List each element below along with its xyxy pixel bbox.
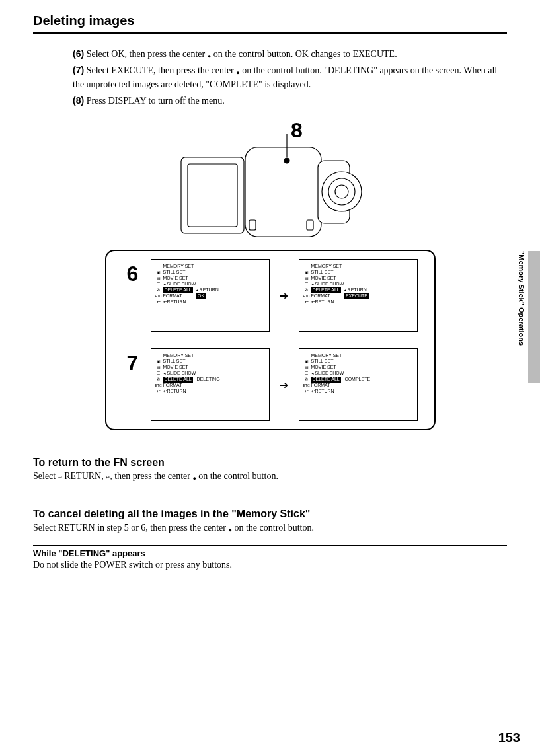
note-text: Do not slide the POWER switch or press a… <box>33 560 507 570</box>
screen-box: 6 MEMORY SET ▣STILL SET ▤MOVIE SET ☰SLID… <box>105 250 436 430</box>
subtext-return-fn: Select RETURN, , then press the center o… <box>33 471 507 482</box>
menu-item: MOVIE SET <box>311 365 336 370</box>
step-6-num: (6) <box>73 48 84 59</box>
step-7-text-a: Select EXECUTE, then press the center <box>87 65 237 75</box>
lcd-6-left: MEMORY SET ▣STILL SET ▤MOVIE SET ☰SLIDE … <box>151 259 270 332</box>
lcd-7-left: MEMORY SET ▣STILL SET ▤MOVIE SET ☰SLIDE … <box>151 348 270 421</box>
screen-row-6: 6 MEMORY SET ▣STILL SET ▤MOVIE SET ☰SLID… <box>106 251 434 340</box>
menu-item-selected: DELETE ALL <box>163 287 193 293</box>
menu-item: FORMAT <box>163 383 182 388</box>
page-number: 153 <box>498 730 520 745</box>
menu-right: RETURN <box>196 287 219 293</box>
menu-item: FORMAT <box>163 293 182 299</box>
menu-item: SLIDE SHOW <box>311 371 344 376</box>
menu-item: MOVIE SET <box>311 276 336 281</box>
row-7-num: 7 <box>123 351 143 375</box>
svg-point-8 <box>284 158 289 163</box>
step-6-text-a: Select OK, then press the center <box>87 49 208 59</box>
subtext-cancel: Select RETURN in step 5 or 6, then press… <box>33 523 507 533</box>
menu-item: STILL SET <box>163 359 186 364</box>
text: Select <box>33 471 58 481</box>
menu-item-selected: DELETE ALL <box>163 377 193 382</box>
menu-item: MOVIE SET <box>163 365 188 370</box>
text: on the control button. <box>232 523 314 533</box>
arrow-icon: ➔ <box>278 379 291 391</box>
step-8-num: (8) <box>73 95 84 106</box>
text: Select RETURN in step 5 or 6, then press… <box>33 523 228 533</box>
menu-item: RETURN <box>163 299 186 305</box>
step-8-text: Press DISPLAY to turn off the menu. <box>87 96 225 106</box>
menu-title: MEMORY SET <box>311 353 342 358</box>
status-label: DELETING <box>197 377 220 382</box>
menu-title: MEMORY SET <box>163 264 194 269</box>
side-tab <box>528 251 540 383</box>
screen-row-7: 7 MEMORY SET ▣STILL SET ▤MOVIE SET ☰SLID… <box>106 340 434 429</box>
menu-item: STILL SET <box>311 359 334 364</box>
subheading-return-fn: To return to the FN screen <box>33 457 507 469</box>
menu-right-selected: OK <box>196 293 206 299</box>
page-title: Deleting images <box>33 13 507 34</box>
menu-item: STILL SET <box>163 270 186 275</box>
note-heading: While "DELETING" appears <box>33 548 507 558</box>
side-label: "Memory Stick" Operations <box>518 251 525 383</box>
instruction-list: (6) Select OK, then press the center on … <box>73 47 507 108</box>
menu-right: RETURN <box>344 287 367 293</box>
menu-right-selected: EXECUTE <box>344 293 369 299</box>
callout-8: 8 <box>291 118 303 143</box>
menu-item: RETURN <box>311 389 334 394</box>
step-6-text-b: on the control button. OK changes to EXE… <box>211 49 397 59</box>
text: on the control button. <box>196 471 278 481</box>
menu-item-selected: DELETE ALL <box>311 377 341 382</box>
step-7-num: (7) <box>73 65 84 75</box>
menu-item: SLIDE SHOW <box>163 282 196 287</box>
menu-item: FORMAT <box>311 293 330 299</box>
text: , then press the center <box>110 471 192 481</box>
svg-rect-1 <box>188 164 237 227</box>
status-label: COMPLETE <box>345 377 371 382</box>
menu-item: FORMAT <box>311 383 330 388</box>
menu-item: MOVIE SET <box>163 276 188 281</box>
menu-item: STILL SET <box>311 270 334 275</box>
subheading-cancel: To cancel deleting all the images in the… <box>33 508 507 520</box>
menu-title: MEMORY SET <box>311 264 342 269</box>
menu-item: SLIDE SHOW <box>163 371 196 376</box>
lcd-6-right: MEMORY SET ▣STILL SET ▤MOVIE SET ☰SLIDE … <box>299 259 418 332</box>
menu-item: SLIDE SHOW <box>311 282 344 287</box>
svg-rect-9 <box>249 220 256 230</box>
svg-point-6 <box>335 185 348 198</box>
figure: 8 <box>33 121 507 430</box>
arrow-icon: ➔ <box>278 289 291 302</box>
lcd-7-right: MEMORY SET ▣STILL SET ▤MOVIE SET ☰SLIDE … <box>299 348 418 421</box>
menu-title: MEMORY SET <box>163 353 194 358</box>
menu-item: RETURN <box>163 389 186 394</box>
menu-item: RETURN <box>311 299 334 305</box>
svg-rect-10 <box>307 220 313 230</box>
menu-item-selected: DELETE ALL <box>311 287 341 293</box>
row-6-num: 6 <box>123 262 143 286</box>
text: RETURN, <box>62 471 106 481</box>
camcorder-illustration <box>171 121 369 253</box>
divider <box>33 545 507 546</box>
